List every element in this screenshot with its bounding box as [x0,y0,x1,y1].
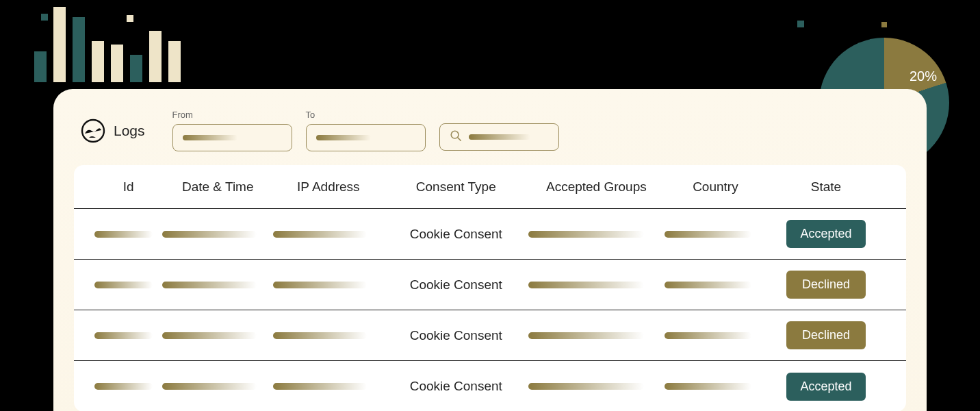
state-badge: Accepted [786,373,866,401]
svg-point-1 [451,131,459,138]
cell-groups-skeleton [528,332,644,339]
table-row[interactable]: Cookie ConsentDeclined [74,310,906,361]
state-badge: Declined [786,321,866,349]
cell-country-skeleton [665,383,751,390]
logs-table: Id Date & Time IP Address Consent Type A… [74,165,906,411]
cell-id-skeleton [94,332,153,339]
from-date-input[interactable] [172,124,292,151]
bar-deco [111,45,123,82]
cell-country-skeleton [665,231,751,238]
filter-bar: Logs From To [53,110,927,165]
cell-id-skeleton [94,231,153,238]
cell-id-skeleton [94,282,153,288]
cell-groups-skeleton [528,383,644,390]
bar-deco [130,55,142,82]
cell-state: Declined [766,321,886,349]
cell-state: Accepted [766,220,886,248]
square-deco [41,14,48,21]
main-panel: Logs From To Id Dat [53,89,927,411]
table-row[interactable]: Cookie ConsentAccepted [74,209,906,260]
cell-datetime-skeleton [162,332,256,339]
cell-consent-type: Cookie Consent [384,328,528,343]
cell-ip-skeleton [273,231,367,238]
col-datetime: Date & Time [162,179,273,195]
cell-consent-type: Cookie Consent [384,379,528,394]
to-date-input[interactable] [306,124,426,151]
placeholder-skeleton [183,135,237,140]
cell-datetime-skeleton [162,383,256,390]
table-row[interactable]: Cookie ConsentAccepted [74,361,906,411]
globe-icon [81,119,105,143]
square-deco [797,21,804,27]
cell-groups-skeleton [528,231,644,238]
bar-deco [168,41,181,82]
state-badge: Declined [786,271,866,299]
cell-country-skeleton [665,332,751,339]
bar-deco [92,41,104,82]
cell-datetime-skeleton [162,231,256,238]
cell-id-skeleton [94,383,153,390]
page-title: Logs [114,123,145,139]
svg-point-0 [82,120,104,142]
bar-deco [149,31,162,82]
bar-deco [73,17,85,82]
bar-deco [34,51,47,82]
col-consent-type: Consent Type [384,179,528,195]
decorative-bars [34,7,181,82]
cell-groups-skeleton [528,282,644,288]
cell-ip-skeleton [273,383,367,390]
state-badge: Accepted [786,220,866,248]
cell-ip-skeleton [273,332,367,339]
from-label: From [172,110,292,120]
from-field-group: From [172,110,292,151]
square-deco [881,22,887,27]
table-body: Cookie ConsentAcceptedCookie ConsentDecl… [74,209,906,411]
page-title-group: Logs [81,119,145,143]
bar-deco [53,7,66,82]
cell-consent-type: Cookie Consent [384,277,528,292]
square-deco [127,15,133,22]
cell-state: Accepted [766,373,886,401]
table-header: Id Date & Time IP Address Consent Type A… [74,165,906,209]
col-accepted-groups: Accepted Groups [528,179,665,195]
cell-ip-skeleton [273,282,367,288]
cell-datetime-skeleton [162,282,256,288]
table-row[interactable]: Cookie ConsentDeclined [74,260,906,310]
cell-consent-type: Cookie Consent [384,227,528,242]
placeholder-skeleton [469,134,530,140]
to-field-group: To [306,110,426,151]
pie-label-a: 20% [910,68,937,84]
to-label: To [306,110,426,120]
col-ip: IP Address [273,179,384,195]
cell-state: Declined [766,271,886,299]
cell-country-skeleton [665,282,751,288]
col-country: Country [665,179,766,195]
svg-line-2 [458,138,461,140]
col-id: Id [94,179,162,195]
search-input[interactable] [439,123,559,151]
search-icon [450,129,462,145]
placeholder-skeleton [316,135,371,140]
col-state: State [766,179,886,195]
